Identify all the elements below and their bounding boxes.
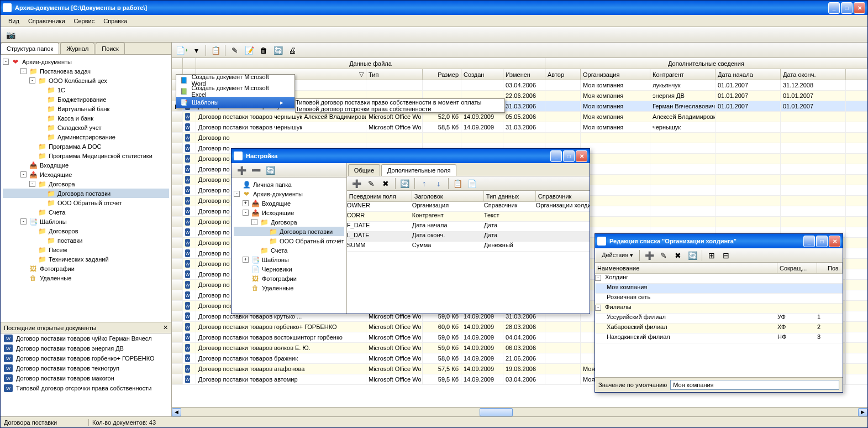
field-refresh-icon[interactable]: 🔄: [398, 177, 412, 190]
minimize-button[interactable]: _: [828, 2, 840, 14]
tree-root[interactable]: -❤Архив-документы: [3, 57, 169, 66]
tree-item[interactable]: 📁Касса и банк: [3, 113, 169, 123]
menu-item[interactable]: 📑Шаблоны▸: [176, 97, 294, 108]
tree-item[interactable]: 📁ООО Обратный отсчёт: [3, 198, 169, 207]
col-type[interactable]: Тип: [366, 69, 423, 80]
tree-item[interactable]: 📁Технических заданий: [3, 254, 169, 264]
tree-item[interactable]: -❤Архив-документы: [234, 189, 344, 199]
tree-item[interactable]: 📁Договоров: [3, 226, 169, 236]
ocol-abbr[interactable]: Сокращ...: [777, 263, 817, 273]
col-start[interactable]: Дата начала: [716, 69, 781, 80]
settings-row[interactable]: F_DATE Дата начала Дата: [347, 222, 590, 232]
refresh-icon[interactable]: 🔄: [271, 44, 285, 57]
new-doc-button[interactable]: 📄+: [175, 44, 188, 57]
new-document-menu[interactable]: 📘Создать документ Microsoft Word📗Создать…: [176, 74, 295, 108]
field-edit-icon[interactable]: ✎: [365, 177, 378, 190]
menu-service[interactable]: Сервис: [70, 17, 99, 25]
grid-row[interactable]: W Договор поставки товаров чернышук Micr…: [172, 122, 867, 133]
scol-ref[interactable]: Справочник: [536, 191, 590, 201]
tab-search[interactable]: Поиск: [96, 43, 124, 54]
tab-structure[interactable]: Структура папок: [1, 43, 59, 54]
tree-item[interactable]: 📁1С: [3, 85, 169, 95]
col-created[interactable]: Создан: [461, 69, 503, 80]
org-close[interactable]: ✕: [829, 236, 840, 247]
submenu-item[interactable]: Типовой договор поставки право собственн…: [296, 99, 504, 106]
orglist-window[interactable]: Редакция списка "Организации холдинга" _…: [595, 233, 843, 393]
dropdown-button[interactable]: ▾: [190, 44, 203, 57]
org-collapse-icon[interactable]: ⊟: [719, 249, 733, 262]
tree-item[interactable]: 📁Программа A.DOC: [3, 142, 169, 151]
settings-refresh-icon[interactable]: 🔄: [264, 164, 277, 177]
settings-row[interactable]: OWNER Организация Справочник Организации…: [347, 202, 590, 212]
camera-icon[interactable]: 📷: [4, 28, 17, 41]
prop-icon[interactable]: 📝: [243, 44, 256, 57]
settings-grid[interactable]: OWNER Организация Справочник Организации…: [347, 202, 590, 252]
col-end[interactable]: Дата оконч.: [781, 69, 846, 80]
actions-menu[interactable]: Действия ▾: [598, 250, 636, 260]
settings-del-icon[interactable]: ➖: [249, 164, 262, 177]
tree-item[interactable]: 📁Договора поставки: [3, 189, 169, 198]
tree-item[interactable]: 🖼Фотографии: [234, 274, 344, 283]
org-row[interactable]: Находкинский филиал НФ 3: [595, 333, 843, 343]
settings-close[interactable]: ✕: [576, 150, 587, 162]
field-del-icon[interactable]: ✖: [379, 177, 392, 190]
tree-item[interactable]: -📁Договора: [234, 217, 344, 227]
tree-item[interactable]: 👤Личная папка: [234, 180, 344, 189]
default-value-input[interactable]: [670, 380, 839, 390]
settings-tree[interactable]: 👤Личная папка-❤Архив-документы+📥Входящие…: [232, 178, 346, 314]
close-button[interactable]: ✕: [854, 2, 865, 14]
org-row[interactable]: Моя компания: [595, 284, 843, 294]
ocol-pos[interactable]: Поз.: [817, 263, 843, 273]
org-row[interactable]: Уссурийский филиал УФ 1: [595, 314, 843, 323]
settings-row[interactable]: CORR Контрагент Текст: [347, 212, 590, 222]
tree-item[interactable]: 📁Счета: [3, 207, 169, 217]
tab-journal[interactable]: Журнал: [60, 43, 94, 54]
tree-item[interactable]: +📥Входящие: [234, 199, 344, 208]
tree-item[interactable]: 📁Администрирование: [3, 132, 169, 142]
templates-submenu[interactable]: Типовой договор поставки право собственн…: [295, 98, 505, 113]
col-contra[interactable]: Контрагент: [650, 69, 716, 80]
settings-row[interactable]: SUMM Сумма Денежный: [347, 242, 590, 252]
tree-item[interactable]: 📁Складской учет: [3, 123, 169, 132]
org-maximize[interactable]: □: [816, 236, 828, 247]
tree-item[interactable]: 📁Договора поставки: [234, 227, 344, 236]
org-refresh-icon[interactable]: 🔄: [686, 249, 699, 262]
paste-field-icon[interactable]: 📄: [466, 177, 479, 190]
grid-row[interactable]: W Договор по: [172, 133, 867, 143]
menu-item[interactable]: 📘Создать документ Microsoft Word: [176, 75, 294, 86]
org-add-icon[interactable]: ➕: [643, 249, 656, 262]
tree-item[interactable]: -📤Исходящие: [234, 208, 344, 217]
maximize-button[interactable]: □: [841, 2, 853, 14]
tree-item[interactable]: +📑Шаблоны: [234, 255, 344, 264]
org-row[interactable]: Розничная сеть: [595, 294, 843, 304]
col-modified[interactable]: Изменен: [503, 69, 545, 80]
settings-minimize[interactable]: _: [550, 150, 562, 162]
tree-item[interactable]: 📁Программа Медицинской статистики: [3, 151, 169, 160]
recent-close-icon[interactable]: ✕: [163, 324, 168, 331]
settings-add-icon[interactable]: ➕: [235, 164, 248, 177]
recent-item[interactable]: WТиповой договор отсрочки права собствен…: [1, 383, 171, 393]
org-grid[interactable]: - Холдинг Моя компания Розничная сеть - …: [595, 274, 843, 377]
recent-item[interactable]: WДоговор поставки товаров техногруп: [1, 363, 171, 373]
col-org[interactable]: Организация: [581, 69, 650, 80]
tree-item[interactable]: 📁ООО Обратный отсчёт: [234, 236, 344, 246]
horizontal-scrollbar[interactable]: ◀ ▶: [172, 407, 867, 416]
print-icon[interactable]: 🖨: [286, 44, 299, 57]
scol-type[interactable]: Тип данных: [484, 191, 536, 201]
copy-icon[interactable]: 📋: [209, 44, 222, 57]
tree-item[interactable]: -📤Исходящие: [3, 170, 169, 179]
recent-item[interactable]: WДоговор поставки товаров энергия ДВ: [1, 343, 171, 353]
recent-item[interactable]: WДоговор поставки товаров макогон: [1, 373, 171, 383]
org-minimize[interactable]: _: [803, 236, 815, 247]
tree-item[interactable]: -📁Постановка задач: [3, 66, 169, 76]
tree-item[interactable]: 🗑Удаленные: [3, 273, 169, 283]
org-row[interactable]: Хабаровский филиал ХФ 2: [595, 323, 843, 333]
tree-item[interactable]: 📁Писем: [3, 245, 169, 254]
delete-icon[interactable]: 🗑: [257, 44, 270, 57]
org-row[interactable]: - Филиалы: [595, 304, 843, 314]
org-edit-icon[interactable]: ✎: [657, 249, 670, 262]
col-size[interactable]: Размер: [423, 69, 461, 80]
menu-help[interactable]: Справка: [99, 17, 131, 25]
settings-maximize[interactable]: □: [563, 150, 575, 162]
settings-row[interactable]: L_DATE Дата оконч. Дата: [347, 232, 590, 242]
